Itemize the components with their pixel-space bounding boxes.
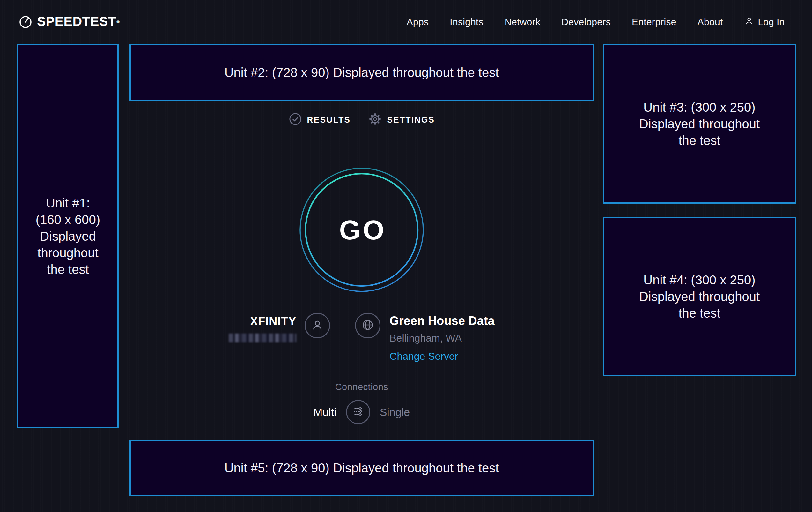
isp-avatar: [304, 313, 330, 339]
tab-settings[interactable]: SETTINGS: [368, 112, 435, 127]
tab-results[interactable]: RESULTS: [289, 112, 351, 127]
ad-unit-1-skyscraper[interactable]: Unit #1: (160 x 600) Displayed throughou…: [17, 44, 119, 428]
top-nav-bar: SPEEDTEST® Apps Insights Network Develop…: [0, 0, 812, 44]
go-button[interactable]: GO: [299, 167, 424, 292]
ad-unit-5-leaderboard[interactable]: Unit #5: (728 x 90) Displayed throughout…: [129, 439, 594, 496]
ad-text-line: Unit #4: (300 x 250): [643, 272, 755, 288]
server-texts: Green House Data Bellingham, WA Change S…: [389, 314, 494, 362]
nav-item-apps[interactable]: Apps: [407, 17, 429, 27]
server-globe: [355, 313, 380, 339]
server-name: Green House Data: [389, 314, 494, 328]
isp-block: XFINITY: [229, 313, 330, 342]
multi-connections-icon: [351, 405, 365, 420]
connections-toggle[interactable]: [346, 400, 370, 424]
globe-icon: [360, 318, 375, 333]
nav-item-about[interactable]: About: [697, 17, 723, 27]
main-nav: Apps Insights Network Developers Enterpr…: [407, 16, 785, 28]
trademark-mark: ®: [116, 20, 120, 24]
speedtest-page: SPEEDTEST® Apps Insights Network Develop…: [0, 0, 812, 512]
isp-name: XFINITY: [229, 315, 296, 328]
speedtest-logo[interactable]: SPEEDTEST®: [18, 13, 119, 31]
login-button[interactable]: Log In: [744, 16, 785, 28]
tab-results-label: RESULTS: [307, 115, 351, 125]
ad-text-line: Displayed: [40, 228, 96, 244]
server-block: Green House Data Bellingham, WA Change S…: [355, 313, 494, 362]
ad-text-line: the test: [678, 305, 720, 321]
ad-text-line: throughout: [37, 244, 98, 261]
ad-text-line: Displayed throughout: [639, 115, 760, 132]
gear-icon: [368, 112, 382, 127]
ad-unit-2-leaderboard[interactable]: Unit #2: (728 x 90) Displayed throughout…: [129, 44, 594, 101]
nav-item-enterprise[interactable]: Enterprise: [632, 17, 676, 27]
ad-text-line: Unit #5: (728 x 90) Displayed throughout…: [225, 460, 499, 476]
connections-toggle-row: Multi Single: [314, 400, 410, 424]
connections-section: Connections Multi S: [129, 382, 594, 424]
ad-text-line: Displayed throughout: [639, 288, 760, 305]
person-icon: [310, 318, 325, 333]
check-circle-icon: [289, 112, 302, 127]
nav-item-network[interactable]: Network: [504, 17, 540, 27]
ad-unit-3-rectangle[interactable]: Unit #3: (300 x 250) Displayed throughou…: [603, 44, 796, 204]
nav-item-insights[interactable]: Insights: [450, 17, 484, 27]
connections-option-multi[interactable]: Multi: [314, 406, 337, 419]
connection-info-row: XFINITY: [129, 313, 594, 362]
login-label: Log In: [758, 17, 785, 27]
ad-text-line: Unit #2: (728 x 90) Displayed throughout…: [225, 64, 499, 81]
ad-text-line: Unit #3: (300 x 250): [643, 99, 755, 115]
go-button-label: GO: [299, 167, 424, 292]
connections-option-single[interactable]: Single: [380, 406, 410, 419]
results-settings-tabs: RESULTS: [129, 112, 594, 127]
tab-settings-label: SETTINGS: [387, 115, 435, 125]
ad-unit-4-rectangle[interactable]: Unit #4: (300 x 250) Displayed throughou…: [603, 217, 796, 376]
ad-text-line: the test: [678, 132, 720, 149]
nav-item-developers[interactable]: Developers: [561, 17, 611, 27]
ad-text-line: (160 x 600): [36, 211, 100, 228]
ad-text-line: Unit #1:: [46, 195, 90, 211]
user-icon: [744, 16, 754, 28]
ad-text-line: the test: [47, 261, 89, 278]
isp-detail-redacted: [229, 333, 296, 342]
change-server-link[interactable]: Change Server: [389, 350, 458, 362]
server-location: Bellingham, WA: [389, 332, 494, 344]
isp-texts: XFINITY: [229, 315, 296, 342]
logo-wordmark: SPEEDTEST®: [37, 13, 119, 30]
speedometer-icon: [18, 13, 33, 31]
connections-label: Connections: [335, 382, 388, 392]
